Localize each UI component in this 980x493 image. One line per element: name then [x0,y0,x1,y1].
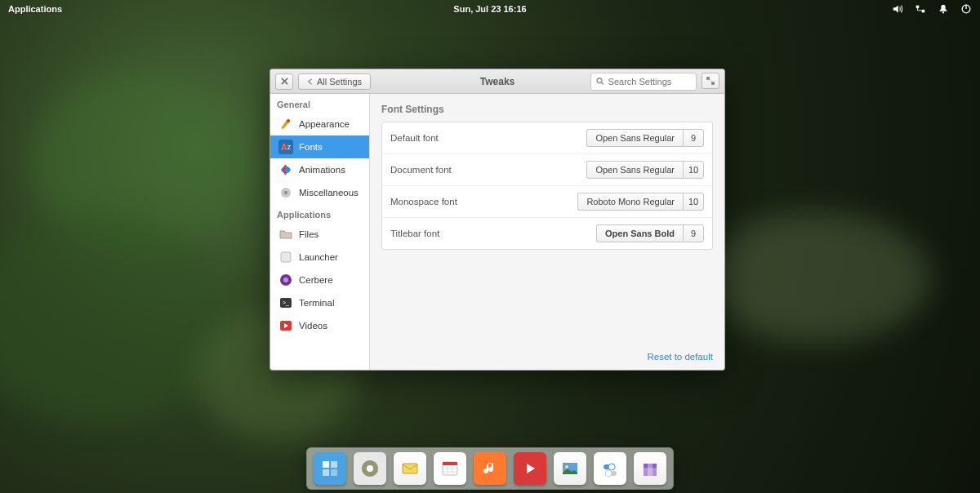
sidebar-item-label: Fonts [299,142,323,152]
section-title: Font Settings [381,104,713,115]
close-button[interactable] [275,73,293,90]
terminal-icon: >_ [278,295,293,310]
misc-icon [278,185,293,200]
svg-point-34 [605,470,612,477]
launcher-icon [278,250,293,264]
maximize-button[interactable] [702,73,719,89]
sidebar-item-files[interactable]: Files [270,223,369,246]
appearance-icon [278,117,293,131]
svg-rect-10 [281,252,291,262]
font-settings-card: Default font Open Sans Regular 9 Documen… [381,122,713,250]
font-size-button[interactable]: 10 [683,161,704,179]
font-size-button[interactable]: 9 [683,129,704,147]
row-titlebar-font: Titlebar font Open Sans Bold 9 [382,218,712,249]
sidebar-item-animations[interactable]: Animations [270,158,369,181]
titlebar[interactable]: All Settings Tweaks [270,69,724,94]
sidebar-item-label: Animations [299,165,345,175]
sidebar-item-label: Appearance [299,119,350,129]
notifications-icon[interactable] [938,3,949,15]
network-icon[interactable] [915,3,926,15]
sidebar-item-label: Files [299,229,318,239]
reset-to-default-link[interactable]: Reset to default [647,352,713,362]
videos-icon [278,318,293,333]
svg-point-12 [283,278,288,282]
content-pane: Font Settings Default font Open Sans Reg… [370,94,724,370]
font-size-button[interactable]: 9 [683,224,704,242]
svg-point-32 [608,464,615,470]
sidebar-item-launcher[interactable]: Launcher [270,246,369,269]
row-document-font: Document font Open Sans Regular 10 [382,154,712,186]
svg-point-7 [287,119,290,122]
sidebar-item-appearance[interactable]: Appearance [270,113,369,135]
dock-item-multitasking[interactable] [314,452,346,485]
font-picker-button[interactable]: Open Sans Regular [586,161,683,179]
svg-point-9 [284,191,287,194]
svg-rect-37 [648,464,653,476]
sidebar-header-applications: Applications [270,204,369,223]
animations-icon [278,162,293,177]
panel-clock[interactable]: Sun, Jul 23 16:16 [453,4,526,14]
svg-rect-24 [443,462,457,465]
font-picker-button[interactable]: Open Sans Bold [596,224,683,242]
sidebar-item-videos[interactable]: Videos [270,314,369,337]
dock-item-tweaks[interactable] [594,452,626,485]
svg-rect-17 [331,461,337,468]
row-label: Document font [390,165,452,175]
applications-menu[interactable]: Applications [8,4,62,14]
fonts-icon: Az [278,140,293,154]
svg-line-6 [601,82,603,84]
svg-rect-22 [403,464,417,473]
svg-rect-18 [323,469,329,476]
svg-rect-16 [323,461,329,468]
top-panel: Applications Sun, Jul 23 16:16 [0,0,980,18]
cerbere-icon [278,273,293,287]
sidebar-item-label: Cerbere [299,275,333,285]
sidebar-item-cerbere[interactable]: Cerbere [270,269,369,291]
sidebar-item-label: Launcher [299,252,338,262]
window-title: Tweaks [480,76,514,87]
sidebar-item-fonts[interactable]: Az Fonts [270,135,369,158]
sidebar-item-label: Miscellaneous [299,188,359,198]
svg-rect-19 [331,469,337,476]
sidebar-header-general: General [270,94,369,113]
dock [306,447,674,490]
row-monospace-font: Monospace font Roboto Mono Regular 10 [382,186,712,218]
dock-item-mail[interactable] [394,452,426,485]
row-label: Default font [390,133,439,143]
files-icon [278,227,293,242]
sidebar: General Appearance Az Fonts Animations M… [270,94,370,370]
dock-item-web-browser[interactable] [354,452,386,485]
dock-item-calendar[interactable] [434,452,466,485]
all-settings-label: All Settings [317,77,362,87]
font-picker-button[interactable]: Open Sans Regular [586,129,683,147]
row-label: Monospace font [390,197,457,207]
dock-item-photos[interactable] [554,452,586,485]
sidebar-item-label: Videos [299,321,327,331]
svg-text:>_: >_ [283,300,289,306]
volume-icon[interactable] [892,3,903,15]
search-input[interactable] [608,77,691,87]
search-field[interactable] [590,73,697,91]
svg-point-30 [565,465,568,469]
search-icon [596,77,604,86]
svg-point-21 [367,465,373,472]
row-label: Titlebar font [390,229,439,238]
font-size-button[interactable]: 10 [683,193,704,211]
sidebar-item-miscellaneous[interactable]: Miscellaneous [270,181,369,204]
dock-item-music[interactable] [474,452,506,485]
tweaks-window: All Settings Tweaks General Appearance A… [270,69,725,371]
svg-point-5 [597,78,602,83]
dock-item-videos[interactable] [514,452,546,485]
dock-item-app-center[interactable] [634,452,666,485]
sidebar-item-label: Terminal [299,298,334,308]
power-icon[interactable] [960,3,972,15]
sidebar-item-terminal[interactable]: >_ Terminal [270,291,369,314]
row-default-font: Default font Open Sans Regular 9 [382,122,712,154]
svg-rect-0 [916,6,920,9]
font-picker-button[interactable]: Roboto Mono Regular [577,193,683,211]
all-settings-button[interactable]: All Settings [298,73,371,90]
svg-point-2 [942,11,944,13]
